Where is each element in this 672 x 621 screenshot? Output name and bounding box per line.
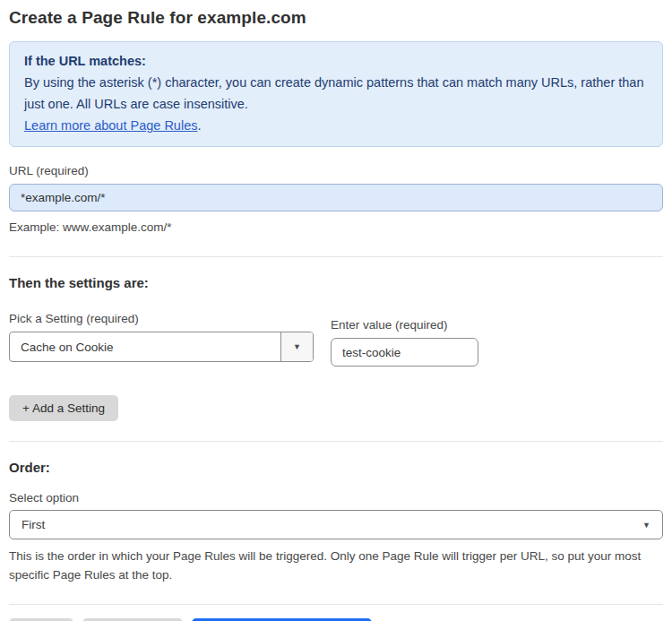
url-section: URL (required) Example: www.example.com/…: [9, 164, 663, 237]
learn-more-link[interactable]: Learn more about Page Rules: [24, 118, 197, 133]
link-suffix: .: [197, 118, 201, 133]
setting-dropdown-button[interactable]: ▼: [280, 332, 313, 361]
chevron-down-icon: ▼: [642, 521, 650, 530]
info-box-heading: If the URL matches:: [24, 50, 648, 72]
divider: [9, 256, 663, 257]
pick-setting-label: Pick a Setting (required): [9, 312, 314, 325]
setting-picker-column: Pick a Setting (required) Cache on Cooki…: [9, 312, 314, 367]
setting-value-input[interactable]: [331, 338, 478, 367]
url-input[interactable]: [9, 184, 663, 211]
url-label: URL (required): [9, 164, 663, 177]
settings-section-heading: Then the settings are:: [9, 275, 663, 290]
enter-value-label: Enter value (required): [331, 318, 478, 332]
order-select-value: First: [22, 518, 45, 531]
info-box-body: By using the asterisk (*) character, you…: [24, 72, 648, 115]
chevron-down-icon: ▼: [293, 342, 301, 351]
create-page-rule-form: Create a Page Rule for example.com If th…: [0, 0, 672, 621]
select-option-label: Select option: [9, 491, 663, 505]
settings-row: Pick a Setting (required) Cache on Cooki…: [9, 312, 663, 367]
order-section-heading: Order:: [9, 460, 663, 475]
setting-dropdown-value: Cache on Cookie: [10, 332, 280, 361]
url-example-helper: Example: www.example.com/*: [9, 218, 663, 237]
url-match-info-box: If the URL matches: By using the asteris…: [9, 41, 663, 147]
page-title: Create a Page Rule for example.com: [9, 8, 663, 28]
setting-value-column: Enter value (required): [331, 312, 478, 367]
order-select[interactable]: First ▼: [9, 510, 663, 539]
order-helper-text: This is the order in which your Page Rul…: [9, 547, 654, 584]
setting-dropdown[interactable]: Cache on Cookie ▼: [9, 332, 314, 362]
info-box-link-line: Learn more about Page Rules.: [24, 115, 648, 136]
divider: [9, 441, 663, 442]
divider: [9, 604, 663, 605]
add-setting-button[interactable]: + Add a Setting: [9, 395, 118, 421]
